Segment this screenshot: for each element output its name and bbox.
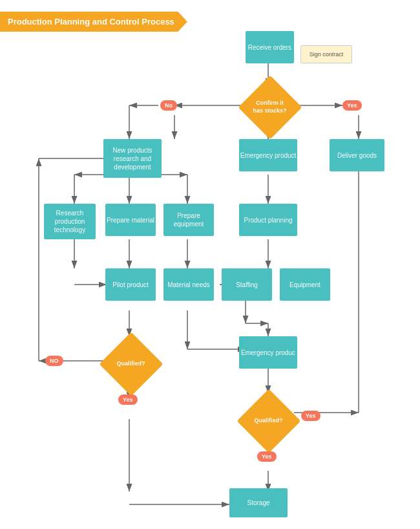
yes-qualified-bottom-right-label: Yes [301, 411, 320, 421]
prepare-material-box: Prepare material [105, 204, 156, 236]
prepare-equipment-box: Prepare equipment [163, 204, 214, 236]
emergency-product-top-box: Emergency product [239, 139, 297, 171]
sign-contract-note: Sign contract [300, 45, 352, 63]
emergency-produc-box: Emergency produc [239, 336, 297, 369]
no-qualified-label: NO [45, 356, 63, 366]
receive-orders-box: Receive orders [246, 31, 294, 63]
title-text: Production Planning and Control Process [8, 17, 174, 27]
material-needs-box: Material needs [163, 268, 214, 301]
yes-qualified-top-label: Yes [118, 394, 138, 405]
new-products-box: New products research and development [103, 139, 162, 178]
yes-bottom-label: Yes [257, 451, 277, 462]
title-banner: Production Planning and Control Process [0, 12, 187, 32]
pilot-product-box: Pilot product [105, 268, 156, 301]
product-planning-box: Product planning [239, 204, 297, 236]
qualified-top-diamond: Qualified? [103, 336, 158, 391]
staffing-box: Staffing [222, 268, 272, 301]
equipment-box: Equipment [280, 268, 330, 301]
research-production-box: Research production technology [44, 204, 96, 239]
no-stocks-label: No [160, 100, 177, 111]
storage-box: Storage [229, 488, 288, 517]
yes-stocks-label: Yes [342, 100, 362, 111]
qualified-bottom-diamond: Qualified? [241, 393, 296, 448]
confirm-stocks-diamond: Confirm it has stocks? [242, 80, 297, 135]
deliver-goods-box: Deliver goods [330, 139, 384, 171]
